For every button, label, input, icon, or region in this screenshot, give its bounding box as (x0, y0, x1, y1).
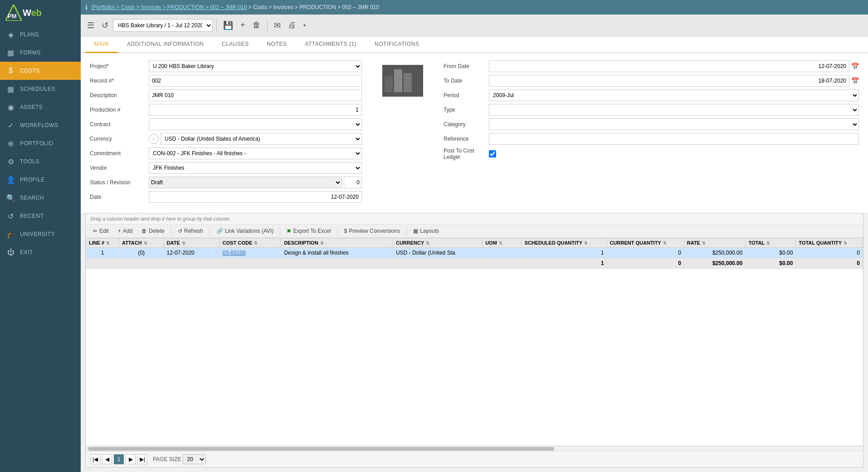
first-page-button[interactable]: |◀ (90, 454, 100, 464)
separator (216, 19, 217, 32)
record-selector[interactable]: HBS Baker Library / 1 - Jul 12 2020-J (113, 19, 213, 32)
col-total-qty[interactable]: TOTAL QUANTITY⇅ (796, 238, 863, 248)
col-total[interactable]: TOTAL⇅ (746, 238, 796, 248)
period-select[interactable]: 2009-Jul (489, 89, 859, 101)
tab-additional-info[interactable]: ADDITIONAL INFORMATION (118, 36, 213, 53)
pagination: |◀ ◀ 1 ▶ ▶| PAGE SIZE 20 50 100 (86, 451, 863, 467)
sidebar-item-recent[interactable]: ↺ RECENT (0, 207, 81, 225)
grid-table: LINE #⇅ ATTACH⇅ DATE⇅ COST CODE⇅ DESCRIP… (86, 238, 863, 269)
category-select[interactable] (489, 118, 859, 130)
undo-button[interactable]: ↺ (99, 19, 111, 32)
footer-total: $0.00 (746, 258, 796, 269)
grid-delete-button[interactable]: 🗑 Delete (138, 226, 168, 236)
thumbnail-image[interactable] (382, 65, 423, 97)
sidebar-item-university[interactable]: 🎓 UNIVERSITY (0, 225, 81, 243)
university-icon: 🎓 (6, 230, 15, 239)
email-icon: ✉ (274, 20, 281, 30)
add-button[interactable]: + (238, 19, 248, 32)
prev-page-button[interactable]: ◀ (102, 454, 112, 464)
sidebar-item-forms[interactable]: ▦ FORMS (0, 44, 81, 62)
breadcrumb-portfolio[interactable]: (Portfolio) > Costs > Invoices > PRODUCT… (91, 4, 247, 10)
print-dropdown-button[interactable]: ▾ (301, 21, 308, 30)
status-label: Status / Revision (90, 179, 149, 186)
currency-select[interactable]: USD - Dollar (United States of America) (161, 133, 362, 145)
commitment-select[interactable]: CON-002 - JFK Finishes - All finishes - (149, 148, 362, 159)
sidebar-item-tools[interactable]: ⚙ TOOLS (0, 152, 81, 171)
delete-button[interactable]: 🗑 (250, 19, 263, 32)
col-current-qty[interactable]: CURRENT QUANTITY⇅ (607, 238, 684, 248)
production-input[interactable] (149, 104, 362, 116)
thumb-bar-4 (413, 79, 421, 92)
sidebar-item-search[interactable]: 🔍 SEARCH (0, 189, 81, 207)
col-date[interactable]: DATE⇅ (164, 238, 219, 248)
footer-current-qty: 0 (607, 258, 684, 269)
post-to-cost-ledger-checkbox[interactable] (489, 150, 496, 157)
description-input[interactable] (149, 89, 362, 101)
currency-options-button[interactable]: ··· (149, 134, 159, 144)
sidebar-item-plans[interactable]: ◈ PLANS (0, 25, 81, 44)
refresh-button[interactable]: ↺ Refresh (174, 226, 207, 236)
col-description[interactable]: DESCRIPTION⇅ (281, 238, 393, 248)
col-cost-code[interactable]: COST CODE⇅ (219, 238, 281, 248)
save-button[interactable]: 💾 (220, 19, 236, 32)
project-select[interactable]: U 200 HBS Baker Library (149, 60, 362, 72)
sidebar-item-workflows[interactable]: ✓ WORKFLOWS (0, 116, 81, 134)
page-1-button[interactable]: 1 (114, 454, 124, 464)
sidebar-item-schedules[interactable]: ▦ SCHEDULES (0, 80, 81, 98)
next-page-button[interactable]: ▶ (126, 454, 136, 464)
record-input[interactable] (149, 75, 362, 87)
sidebar-item-label: FORMS (20, 49, 41, 56)
print-button[interactable]: 🖨 (285, 19, 299, 32)
to-date-calendar-icon[interactable]: 📅 (851, 77, 859, 84)
vendor-select[interactable]: JFK Finishes (149, 162, 362, 174)
page-size-select[interactable]: 20 50 100 (183, 454, 206, 464)
tab-clauses[interactable]: CLAUSES (213, 36, 258, 53)
grid-area: Drag a column header and drop it here to… (85, 213, 863, 467)
to-date-input[interactable] (489, 75, 849, 87)
col-uom[interactable]: UOM⇅ (483, 238, 522, 248)
grid-toolbar: ✏ Edit + Add 🗑 Delete ↺ Refresh 🔗 Link V… (86, 225, 863, 238)
sidebar-item-portfolio[interactable]: ⊕ PORTFOLIO (0, 134, 81, 152)
footer-total-qty: 0 (796, 258, 863, 269)
cell-line: 1 (86, 248, 119, 258)
tab-notifications[interactable]: NOTIFICATIONS (366, 36, 428, 53)
col-attachments[interactable]: ATTACH⇅ (119, 238, 164, 248)
type-label: Type (444, 107, 489, 113)
revision-input[interactable] (344, 177, 362, 188)
date-input[interactable] (149, 191, 362, 203)
sidebar-item-exit[interactable]: ⏻ EXIT (0, 243, 81, 261)
col-line[interactable]: LINE #⇅ (86, 238, 119, 248)
email-button[interactable]: ✉ (271, 19, 283, 32)
table-row[interactable]: 1 (0) 12-07-2020 03-03100 Design & insta… (86, 248, 863, 258)
layouts-button[interactable]: ▦ Layouts (410, 226, 443, 236)
project-label: Project* (90, 63, 149, 69)
edit-button[interactable]: ✏ Edit (89, 226, 112, 236)
cell-rate: $250,000.00 (684, 248, 746, 258)
contract-row: Contract (90, 118, 362, 130)
sidebar-item-profile[interactable]: 👤 PROFILE (0, 171, 81, 189)
status-select[interactable]: Draft (149, 177, 342, 188)
menu-button[interactable]: ☰ (84, 19, 97, 32)
sidebar-item-assets[interactable]: ◉ ASSETS (0, 98, 81, 116)
contract-select[interactable] (149, 118, 362, 130)
vendor-row: Vendor JFK Finishes (90, 162, 362, 174)
last-page-button[interactable]: ▶| (137, 454, 147, 464)
chevron-down-icon: ▾ (303, 23, 306, 28)
col-rate[interactable]: RATE⇅ (684, 238, 746, 248)
link-variations-button[interactable]: 🔗 Link Variations (AVI) (213, 226, 278, 236)
tab-notes[interactable]: NOTES (258, 36, 296, 53)
type-select[interactable] (489, 104, 859, 116)
contract-label: Contract (90, 121, 149, 128)
grid-add-button[interactable]: + Add (114, 226, 136, 236)
horizontal-scrollbar[interactable] (86, 446, 863, 451)
from-date-input[interactable] (489, 60, 849, 72)
col-currency[interactable]: CURRENCY⇅ (393, 238, 482, 248)
col-scheduled-qty[interactable]: SCHEDULED QUANTITY⇅ (522, 238, 607, 248)
sidebar-item-costs[interactable]: $ COSTS (0, 62, 81, 80)
tab-main[interactable]: MAIN (85, 36, 118, 53)
preview-conversions-button[interactable]: $ Preview Conversions (341, 226, 404, 236)
reference-input[interactable] (489, 133, 859, 145)
tab-attachments[interactable]: ATTACHMENTS (1) (296, 36, 366, 53)
from-date-calendar-icon[interactable]: 📅 (851, 63, 859, 70)
export-excel-button[interactable]: ✖ Export To Excel (283, 226, 334, 236)
